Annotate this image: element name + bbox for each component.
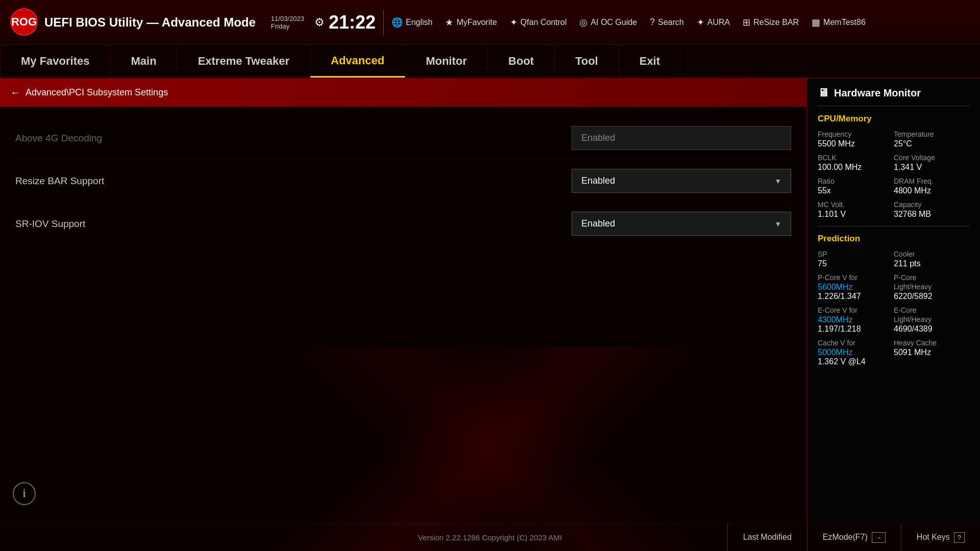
ratio-label: Ratio [818, 177, 894, 185]
sp-value: 75 [818, 259, 894, 268]
hot-keys-button[interactable]: Hot Keys ? [901, 523, 980, 551]
fan-icon: ✦ [510, 17, 518, 28]
sr-iov-dropdown[interactable]: Enabled ▼ [572, 212, 791, 236]
ez-mode-icon: → [872, 532, 886, 543]
footer-bar: Version 2.22.1286 Copyright (C) 2023 AMI… [0, 523, 980, 551]
cache-voltage: 1.362 V @L4 [818, 357, 894, 366]
toolbar-aura[interactable]: ✦ AURA [697, 17, 730, 28]
p-core-voltage: 1.226/1.347 [818, 292, 894, 301]
ez-mode-button[interactable]: EzMode(F7) → [807, 523, 901, 551]
hw-col-sp: SP 75 [818, 250, 894, 268]
heavy-cache-label: Heavy Cache [894, 339, 970, 347]
monitor-icon: 🖥 [818, 86, 829, 99]
day-label: Friday [271, 22, 304, 30]
question-icon: ? [650, 17, 655, 28]
hw-col-e-core-v: E-Core V for 4300MHz 1.197/1.218 [818, 306, 894, 334]
info-button[interactable]: i [13, 482, 36, 505]
app-title: UEFI BIOS Utility — Advanced Mode [44, 15, 256, 30]
toolbar-myfavorite[interactable]: ★ MyFavorite [445, 17, 497, 28]
tab-main[interactable]: Main [111, 45, 178, 78]
mc-volt-label: MC Volt. [818, 201, 894, 209]
breadcrumb: ← Advanced\PCI Subsystem Settings [0, 79, 806, 107]
divider [383, 10, 384, 35]
aura-icon: ✦ [697, 17, 704, 28]
frequency-value: 5500 MHz [818, 139, 894, 148]
toolbar-search-label: Search [658, 18, 684, 27]
toolbar-myfavorite-label: MyFavorite [456, 18, 497, 27]
hw-col-bclk: BCLK 100.00 MHz [818, 154, 894, 172]
tab-advanced[interactable]: Advanced [310, 45, 405, 78]
hw-col-p-core-v: P-Core V for 5600MHz 1.226/1.347 [818, 273, 894, 301]
settings-icon[interactable]: ⚙ [314, 16, 325, 29]
p-core-v-label: P-Core V for [818, 273, 894, 282]
sr-iov-value-container[interactable]: Enabled ▼ [572, 212, 791, 236]
core-voltage-label: Core Voltage [894, 154, 970, 162]
temperature-value: 25°C [894, 139, 970, 148]
hw-col-capacity: Capacity 32768 MB [894, 201, 970, 219]
hw-monitor-title-label: Hardware Monitor [834, 87, 921, 99]
resize-bar-label: Resize BAR Support [15, 176, 572, 187]
toolbar-memtest[interactable]: ▦ MemTest86 [812, 17, 866, 28]
hw-row-sp: SP 75 Cooler 211 pts [818, 250, 970, 268]
hw-monitor-sidebar: 🖥 Hardware Monitor CPU/Memory Frequency … [806, 79, 980, 523]
toolbar-qfan-label: Qfan Control [521, 18, 567, 27]
capacity-label: Capacity [894, 201, 970, 209]
memtest-icon: ▦ [812, 17, 820, 28]
frequency-label: Frequency [818, 130, 894, 138]
back-arrow-icon[interactable]: ← [10, 87, 20, 98]
hw-col-ratio: Ratio 55x [818, 177, 894, 195]
heavy-cache-value: 5091 MHz [894, 348, 970, 357]
e-core-voltage: 1.197/1.218 [818, 324, 894, 334]
hw-col-e-core-lh: E-Core Light/Heavy 4690/4389 [894, 306, 970, 334]
core-voltage-value: 1.341 V [894, 163, 970, 172]
hw-col-heavy-cache: Heavy Cache 5091 MHz [894, 339, 970, 366]
hw-col-mc-volt: MC Volt. 1.101 V [818, 201, 894, 219]
e-core-v-label: E-Core V for [818, 306, 894, 314]
tab-extreme-tweaker[interactable]: Extreme Tweaker [178, 45, 310, 78]
hw-row-bclk: BCLK 100.00 MHz Core Voltage 1.341 V [818, 154, 970, 172]
tab-exit[interactable]: Exit [619, 45, 681, 78]
toolbar-aioc[interactable]: ◎ AI OC Guide [579, 17, 637, 28]
hw-row-p-core: P-Core V for 5600MHz 1.226/1.347 P-Core … [818, 273, 970, 301]
p-core-freq: 5600MHz [818, 283, 894, 292]
bclk-value: 100.00 MHz [818, 163, 894, 172]
hw-row-ratio: Ratio 55x DRAM Freq. 4800 MHz [818, 177, 970, 195]
bclk-label: BCLK [818, 154, 894, 162]
resize-bar-value-container[interactable]: Enabled ▼ [572, 169, 791, 193]
sr-iov-label: SR-IOV Support [15, 218, 572, 230]
logo-area: ROG UEFI BIOS Utility — Advanced Mode [10, 8, 256, 36]
above-4g-value: Enabled [572, 126, 791, 150]
setting-row-sr-iov: SR-IOV Support Enabled ▼ [15, 203, 791, 245]
resize-bar-value: Enabled [581, 176, 615, 186]
rog-logo-icon: ROG [10, 8, 38, 36]
svg-text:ROG: ROG [11, 15, 37, 28]
above-4g-value-container: Enabled [572, 126, 791, 150]
cooler-label: Cooler [894, 250, 970, 258]
resize-bar-dropdown[interactable]: Enabled ▼ [572, 169, 791, 193]
datetime-area: 11/03/2023 Friday [271, 15, 304, 30]
tab-my-favorites[interactable]: My Favorites [0, 45, 111, 78]
toolbar-search[interactable]: ? Search [650, 17, 684, 28]
ratio-value: 55x [818, 186, 894, 195]
above-4g-label: Above 4G Decoding [15, 133, 572, 144]
toolbar-resizebar-label: ReSize BAR [753, 18, 799, 27]
e-core-type-label: E-Core [894, 306, 970, 314]
content-area: ← Advanced\PCI Subsystem Settings Above … [0, 79, 806, 523]
toolbar-resizebar[interactable]: ⊞ ReSize BAR [743, 17, 799, 28]
tab-tool[interactable]: Tool [555, 45, 619, 78]
tab-boot[interactable]: Boot [488, 45, 555, 78]
temperature-label: Temperature [894, 130, 970, 138]
tab-monitor[interactable]: Monitor [405, 45, 488, 78]
e-core-lh-value: 4690/4389 [894, 324, 970, 334]
e-core-freq: 4300MHz [818, 315, 894, 324]
toolbar-qfan[interactable]: ✦ Qfan Control [510, 17, 567, 28]
toolbar-english-label: English [406, 18, 432, 27]
last-modified-button[interactable]: Last Modified [727, 523, 807, 551]
chevron-down-icon-2: ▼ [774, 220, 781, 228]
main-layout: ← Advanced\PCI Subsystem Settings Above … [0, 79, 980, 523]
hw-col-dram-freq: DRAM Freq. 4800 MHz [894, 177, 970, 195]
dram-freq-value: 4800 MHz [894, 186, 970, 195]
hw-col-core-voltage: Core Voltage 1.341 V [894, 154, 970, 172]
toolbar-english[interactable]: 🌐 English [391, 17, 432, 28]
mc-volt-value: 1.101 V [818, 210, 894, 219]
